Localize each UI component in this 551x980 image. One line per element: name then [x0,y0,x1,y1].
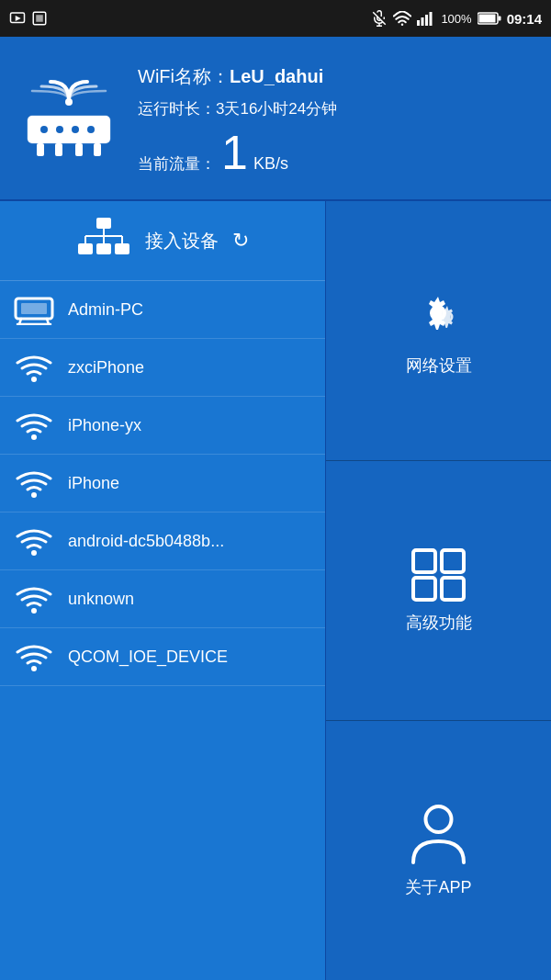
wifi-icon [14,641,54,672]
network-settings-button[interactable]: 网络设置 [326,201,551,461]
devices-header-text: 接入设备 [145,229,219,253]
svg-rect-13 [478,15,495,23]
devices-header: 接入设备 ↻ [0,201,325,281]
svg-point-15 [65,98,73,106]
svg-point-43 [31,550,37,556]
svg-rect-10 [425,15,428,26]
status-right-icons: 100% 09:14 [371,10,542,27]
device-name: iPhone [68,474,119,493]
wifi-icon [14,467,54,499]
device-name: QCOM_IOE_DEVICE [68,648,228,667]
svg-rect-16 [28,116,110,143]
network-tree-icon [76,218,131,264]
device-item[interactable]: android-dc5b0488b... [0,513,325,570]
wifi-details: WiFi名称：LeU_dahui 运行时长：3天16小时24分钟 当前流量： 1… [138,64,337,176]
svg-point-7 [401,23,404,26]
svg-marker-1 [16,16,21,21]
advanced-features-label: 高级功能 [406,612,472,634]
svg-rect-33 [96,243,111,254]
device-item[interactable]: iPhone-yx [0,397,325,455]
device-name: unknown [68,590,134,609]
about-app-label: 关于APP [405,876,471,898]
device-name: Admin-PC [68,300,143,320]
battery-text: 100% [441,12,471,26]
svg-rect-32 [78,243,93,254]
device-name: android-dc5b0488b... [68,532,224,551]
about-app-button[interactable]: 关于APP [326,721,551,980]
device-item[interactable]: iPhone [0,455,325,513]
svg-point-25 [87,126,95,133]
svg-point-40 [31,377,37,382]
svg-point-45 [31,666,37,671]
wifi-icon [14,410,54,441]
svg-point-22 [40,126,48,133]
signal-icon [417,11,435,26]
mute-icon [371,10,388,27]
device-name: zxciPhone [68,358,144,377]
svg-point-24 [72,126,79,133]
device-name: iPhone-yx [68,416,141,435]
wired-icon [14,294,54,325]
svg-rect-39 [21,303,47,314]
devices-panel: 接入设备 ↻ Admin-PC zxciPhone iPhone-yx [0,201,326,980]
bottom-section: 接入设备 ↻ Admin-PC zxciPhone iPhone-yx [0,201,551,980]
wifi-icon [14,525,54,557]
svg-rect-11 [430,12,433,26]
device-item[interactable]: unknown [0,570,325,628]
svg-rect-14 [498,17,500,21]
svg-rect-49 [442,550,464,572]
svg-rect-9 [422,17,424,26]
grid-icon [409,547,468,603]
person-icon [409,803,468,867]
uptime-label: 运行时长：3天16小时24分钟 [138,98,337,119]
wifi-status-icon [393,11,411,26]
advanced-features-button[interactable]: 高级功能 [326,461,551,721]
svg-point-42 [31,492,37,498]
svg-rect-50 [413,578,435,600]
traffic-label: 当前流量： 1 KB/s [138,129,337,176]
svg-rect-20 [75,143,83,156]
svg-point-44 [31,608,37,614]
device-item[interactable]: Admin-PC [0,281,325,339]
device-item[interactable]: zxciPhone [0,339,325,397]
device-item[interactable]: QCOM_IOE_DEVICE [0,628,325,686]
status-left-icons [9,10,48,27]
main-content: WiFi名称：LeU_dahui 运行时长：3天16小时24分钟 当前流量： 1… [0,37,551,980]
svg-rect-34 [115,243,129,254]
svg-rect-3 [36,15,43,22]
time-display: 09:14 [507,11,542,27]
svg-rect-26 [96,218,111,229]
refresh-icon[interactable]: ↻ [232,229,249,253]
actions-panel: 网络设置 高级功能 关于APP [326,201,551,980]
screen-record-icon [9,10,26,27]
svg-point-41 [31,434,37,440]
svg-rect-19 [55,143,62,156]
svg-rect-48 [413,550,435,572]
device-list: Admin-PC zxciPhone iPhone-yx iPhone [0,281,325,686]
svg-rect-18 [37,143,44,156]
wifi-name-label: WiFi名称：LeU_dahui [138,64,337,89]
gear-icon [409,286,468,345]
svg-rect-8 [417,20,420,26]
wifi-icon [14,352,54,383]
svg-point-52 [426,806,452,832]
battery-icon [478,12,501,25]
screenshot-icon [31,10,48,27]
wifi-info-panel: WiFi名称：LeU_dahui 运行时长：3天16小时24分钟 当前流量： 1… [0,37,551,201]
svg-rect-21 [94,143,101,156]
svg-rect-51 [442,578,464,600]
status-bar: 100% 09:14 [0,0,551,37]
router-icon [18,77,119,163]
network-settings-label: 网络设置 [406,355,472,377]
svg-point-23 [56,126,63,133]
wifi-icon [14,583,54,614]
